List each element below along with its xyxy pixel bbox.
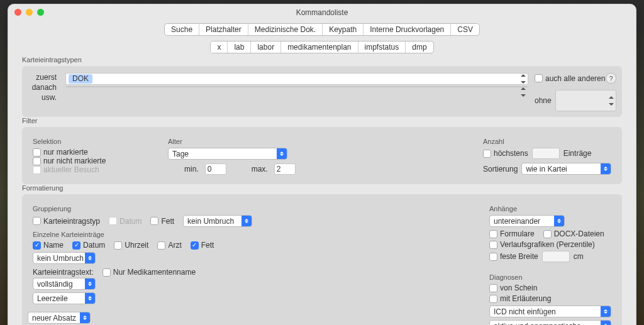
diagnosen-title: Diagnosen xyxy=(489,273,611,281)
entry-break-select[interactable]: kein Umbruch xyxy=(33,252,96,264)
new-paragraph-select[interactable]: neuer Absatz xyxy=(28,312,91,324)
minimize-icon[interactable] xyxy=(26,9,33,16)
chevron-updown-icon xyxy=(601,163,611,174)
kart-type-checkbox[interactable]: Karteieintragstyp xyxy=(33,217,100,226)
ohne-label: ohne xyxy=(535,96,552,105)
selektion-title: Selektion xyxy=(33,138,152,145)
cm-label: cm xyxy=(574,252,584,261)
chevron-updown-icon xyxy=(85,253,95,263)
textmode-select[interactable]: vollständig xyxy=(33,278,96,290)
format-box: Gruppierung Karteieintragstyp Datum Fett… xyxy=(22,194,622,325)
tab-interne-druckvorlagen[interactable]: Interne Druckvorlagen xyxy=(364,24,451,35)
tab-csv[interactable]: CSV xyxy=(451,24,479,35)
chevron-updown-icon xyxy=(85,278,95,289)
tab-keypath[interactable]: Keypath xyxy=(323,24,364,35)
sort-label: Sortierung xyxy=(483,165,518,174)
window-title: Kommandoliste xyxy=(296,8,348,17)
tab-suche[interactable]: Suche xyxy=(165,24,199,35)
karteieintragstypen-title: Karteieintragstypen xyxy=(22,56,622,63)
subtab-medikamentenplan[interactable]: medikamentenplan xyxy=(281,41,358,53)
karttext-label: Karteieintragstext: xyxy=(33,268,94,277)
active-select[interactable]: aktive und anamnestische xyxy=(489,320,611,325)
sort-select[interactable]: wie in Kartei xyxy=(521,163,611,175)
aktueller-besuch-checkbox: aktueller Besuch xyxy=(33,165,152,174)
subtab-dmp[interactable]: dmp xyxy=(406,41,433,53)
filter-title: Filter xyxy=(22,117,622,124)
uhrzeit-checkbox[interactable]: Uhrzeit xyxy=(114,241,148,250)
row-label-danach: danach xyxy=(28,83,59,92)
anhaenge-title: Anhänge xyxy=(489,205,611,212)
tab-medizinische-dok[interactable]: Medizinische Dok. xyxy=(248,24,323,35)
anzahl-title: Anzahl xyxy=(483,138,611,145)
stepper-icon[interactable] xyxy=(520,87,526,97)
docx-checkbox[interactable]: DOCX-Dateien xyxy=(543,229,604,238)
group-break-select[interactable]: kein Umbruch xyxy=(183,215,252,227)
row-label-zuerst: zuerst xyxy=(28,73,59,82)
name-checkbox[interactable]: Name xyxy=(33,241,64,250)
main-tabs: Suche Platzhalter Medizinische Dok. Keyp… xyxy=(164,23,480,36)
chevron-updown-icon xyxy=(277,148,287,159)
sub-tabs: x lab labor medikamentenplan impfstatus … xyxy=(210,41,433,53)
first-type-field[interactable]: DOK xyxy=(65,73,528,85)
anhaenge-mode-select[interactable]: untereinander xyxy=(489,215,565,227)
min-input[interactable]: 0 xyxy=(205,163,226,175)
formulare-checkbox[interactable]: Formulare xyxy=(489,229,535,238)
max-input[interactable]: 2 xyxy=(274,163,296,175)
entries-label: Einträge xyxy=(564,149,592,158)
nur-markierte-checkbox[interactable]: nur markierte xyxy=(33,148,152,157)
also-all-others-checkbox[interactable]: auch alle anderen xyxy=(535,74,605,83)
traffic-lights xyxy=(14,9,44,16)
only-medname-checkbox[interactable]: Nur Medikamentenname xyxy=(103,268,196,277)
subtab-impfstatus[interactable]: impfstatus xyxy=(358,41,406,53)
icd-select[interactable]: ICD nicht einfügen xyxy=(489,306,611,317)
von-schein-checkbox[interactable]: von Schein xyxy=(489,284,611,292)
format-title: Formatierung xyxy=(22,184,622,192)
min-label: min. xyxy=(184,165,199,174)
ohne-field[interactable] xyxy=(555,90,616,111)
tab-platzhalter[interactable]: Platzhalter xyxy=(199,24,248,35)
max-label: max. xyxy=(252,165,268,174)
datum-group-checkbox: Datum xyxy=(109,217,142,226)
zoom-icon[interactable] xyxy=(37,9,44,16)
datum-checkbox[interactable]: Datum xyxy=(72,241,105,250)
at-most-count-input[interactable] xyxy=(532,148,560,159)
row-label-usw: usw. xyxy=(28,93,59,102)
verlaufsgrafiken-checkbox[interactable]: Verlaufsgrafiken (Perzentile) xyxy=(489,240,611,249)
age-unit-select[interactable]: Tage xyxy=(168,148,287,160)
karteieintragstypen-box: zuerst danach usw. DOK auch alle anderen… xyxy=(22,66,622,117)
fett-checkbox[interactable]: Fett xyxy=(191,241,214,250)
help-icon[interactable]: ? xyxy=(606,73,616,84)
chevron-updown-icon xyxy=(85,293,95,304)
arzt-checkbox[interactable]: Arzt xyxy=(157,241,181,250)
grupp-title: Gruppierung xyxy=(33,205,473,212)
chevron-updown-icon xyxy=(242,216,252,226)
filter-box: Selektion nur markierte nur nicht markie… xyxy=(22,127,622,184)
type-tag-dok[interactable]: DOK xyxy=(69,74,92,84)
stepper-icon[interactable] xyxy=(520,74,526,84)
chevron-updown-icon xyxy=(601,321,611,325)
chevron-updown-icon xyxy=(80,312,90,323)
additional-types-field[interactable] xyxy=(65,86,528,87)
at-most-checkbox[interactable]: höchstens xyxy=(483,149,528,158)
mit-erlaeuterung-checkbox[interactable]: mit Erläuterung xyxy=(489,294,611,303)
alter-title: Alter xyxy=(168,138,467,145)
subtab-labor[interactable]: labor xyxy=(251,41,281,53)
nur-nicht-markierte-checkbox[interactable]: nur nicht markierte xyxy=(33,157,152,165)
single-entries-title: Einzelne Karteieinträge xyxy=(33,231,473,238)
breite-input[interactable] xyxy=(542,251,570,262)
subtab-x[interactable]: x xyxy=(211,41,228,53)
window: Kommandoliste Suche Platzhalter Medizini… xyxy=(8,4,636,325)
subtab-lab[interactable]: lab xyxy=(228,41,251,53)
fett-group-checkbox[interactable]: Fett xyxy=(150,217,174,226)
chevron-updown-icon xyxy=(601,306,611,317)
chevron-updown-icon xyxy=(554,216,564,226)
feste-breite-checkbox[interactable]: feste Breite xyxy=(489,252,538,261)
blankline-select[interactable]: Leerzeile xyxy=(33,292,96,304)
close-icon[interactable] xyxy=(14,9,21,16)
titlebar: Kommandoliste xyxy=(8,4,636,21)
stepper-icon[interactable] xyxy=(608,96,614,106)
